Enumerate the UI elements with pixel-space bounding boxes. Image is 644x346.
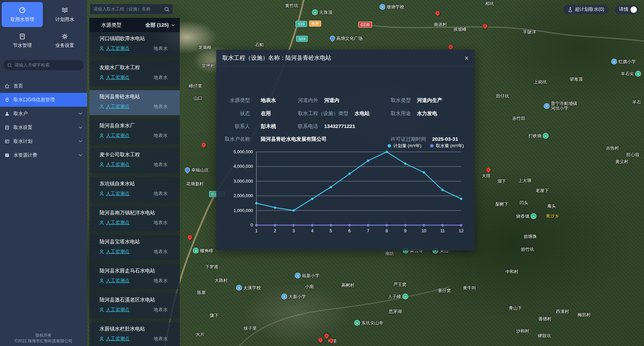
map-label: 黄义村 (615, 159, 628, 164)
map-label: 上大塘 (518, 178, 531, 183)
water-source-type: 地表水 (153, 278, 168, 284)
map-label-text: 吉告村 (606, 146, 619, 151)
chevron-down-icon[interactable] (171, 24, 175, 26)
field-label: 取水工程（设施）类型 (298, 109, 348, 118)
sidebar-item-water-users[interactable]: 取水户 (0, 107, 87, 121)
map-label: 陇下 (210, 313, 219, 318)
manual-monitor-link[interactable]: 人工监测点 (100, 307, 130, 313)
map-label-text: 青山下 (509, 306, 522, 311)
station-name: 友能水厂取水工程 (100, 64, 175, 71)
manual-monitor-link[interactable]: 人工监测点 (100, 336, 130, 342)
person-icon (100, 133, 104, 138)
map-label: 甘坪村 (202, 63, 215, 68)
module-tile-water-intake-mgmt[interactable]: 取用水管理 (2, 2, 43, 27)
chevron-down-icon (79, 112, 82, 115)
station-list-item[interactable]: 陆河县水唇走马石水电站 人工监测点 地表水 (89, 264, 180, 289)
field-value: 在用 (261, 109, 271, 118)
map-label: 溜下 (497, 179, 506, 184)
map-label-text: 老屋下 (536, 188, 549, 193)
sidebar-item-intake-plan[interactable]: 取水计划 (0, 134, 87, 148)
over-plan-intake-button[interactable]: 超计划取水(0) (563, 5, 609, 14)
keyword-search-input[interactable]: 请输入关键字检索 (3, 60, 84, 70)
station-filter-header: 水源类型 全部 (125) (89, 18, 180, 32)
field-label: 取水用途 (391, 109, 411, 118)
map-label: 挨坡峰 (453, 27, 467, 32)
map-label: 相坑 (485, 1, 494, 6)
monitor-type-label: 人工监测点 (106, 278, 130, 284)
manual-monitor-link[interactable]: 人工监测点 (100, 46, 130, 52)
water-source-type: 地表水 (153, 133, 168, 139)
copyright-notice: 版权所有 ©2021 珠海市仁智科技有限公司 (0, 332, 87, 344)
station-list-item[interactable]: 东坑镇自来水站 人工监测点 地表水 (89, 177, 180, 202)
station-list-item[interactable]: 水唇镇水栏肚水电站 人工监测点 地表水 (89, 322, 180, 346)
map-label-text: 天珠顶 (319, 10, 332, 15)
manual-monitor-link[interactable]: 人工监测点 (100, 249, 130, 255)
sidebar-item-gis-info-mgmt[interactable]: 取水口GIS信息管理 (0, 93, 87, 107)
detail-toggle-label: 详情 (619, 6, 628, 12)
map-label-text: 陇下 (210, 313, 219, 318)
manual-monitor-link[interactable]: 人工监测点 (100, 75, 130, 81)
manual-monitor-link[interactable]: 人工监测点 (100, 162, 130, 168)
map-label-text: 梨树下 (495, 202, 508, 207)
monitor-type-label: 人工监测点 (106, 75, 130, 81)
station-list-item[interactable]: 陆河县南万镇杞洋水电站 人工监测点 地表水 (89, 206, 180, 231)
field-label: 状态 (216, 109, 250, 118)
map-label-text: 螺角嶂 (200, 248, 213, 253)
map-label-text: 南进村 (434, 22, 447, 27)
station-list-item[interactable]: 友能水厂取水工程 人工监测点 地表水 (89, 61, 180, 86)
station-list-item[interactable]: 河口镇唱歌潭水电站 人工监测点 地表水 (89, 32, 180, 57)
module-label: 节水管理 (13, 43, 32, 49)
app-window: 黄竹坑▲天珠顶文墩塘学校相坑南进村挨坡峰芋陂洋望海顶上岗坑文红旗小学羊石尖▲羊石… (0, 0, 644, 346)
field-label: 水源类型 (216, 96, 250, 105)
manual-monitor-link[interactable]: 人工监测点 (100, 278, 130, 284)
road-badge: G235 (358, 22, 372, 28)
map-label-text: 大新小学 (288, 294, 306, 299)
school-icon: 文 (281, 294, 287, 299)
map-label-text: 挨坡峰 (453, 27, 467, 32)
map-label: 花塘新村 (186, 182, 204, 186)
manual-monitor-link[interactable]: 人工监测点 (100, 191, 130, 197)
detail-toggle[interactable]: 详情 (615, 5, 639, 14)
search-icon[interactable] (164, 7, 169, 12)
station-list-item[interactable]: 麦卡公司取水工程 人工监测点 地表水 (89, 148, 180, 173)
field-value: 彭木桃 (261, 122, 276, 131)
svg-text:0: 0 (251, 222, 253, 228)
map-label-text: 黄竹坑 (285, 3, 298, 8)
station-list-item[interactable]: 陆河县青砼水电站 人工监测点 地表水 (89, 90, 180, 115)
map-label-text: 上岗坑 (534, 80, 547, 84)
person-icon (100, 46, 104, 51)
station-list-item[interactable]: 陆河县自来水厂 人工监测点 地表水 (89, 119, 180, 144)
station-list-item[interactable]: 陆河县宝塔水电站 人工监测点 地表水 (89, 235, 180, 260)
svg-text:5: 5 (330, 228, 332, 233)
map-label-text: 田仔坑 (496, 94, 509, 99)
manual-monitor-link[interactable]: 人工监测点 (100, 104, 130, 110)
manual-monitor-link[interactable]: 人工监测点 (100, 220, 130, 226)
close-icon[interactable]: × (465, 55, 469, 61)
map-label-text: 西溪村 (556, 309, 569, 314)
map-label-text: 庵头 (547, 204, 556, 209)
map-label: 芋陂洋 (523, 30, 536, 34)
map-label: 望海顶 (569, 77, 583, 82)
filter-value-dropdown[interactable]: 全部 (125) (145, 22, 169, 28)
map-label-text: 严王窝 (393, 282, 407, 287)
monitor-type-label: 人工监测点 (106, 133, 130, 139)
sidebar-item-water-billing[interactable]: 水资源计费 (0, 148, 87, 162)
module-tile-business-settings[interactable]: 业务设置 (44, 28, 85, 53)
module-tile-planned-water[interactable]: 计划用水 (44, 2, 85, 27)
map-label: 幸福山庄 (185, 167, 209, 172)
water-source-type: 地表水 (153, 104, 168, 110)
station-search-input[interactable]: 请输入取水工程（设施）名称 (90, 4, 173, 15)
toggle-knob[interactable] (631, 6, 637, 13)
plan-icon (5, 139, 9, 144)
svg-text:1,000,000: 1,000,000 (233, 208, 253, 213)
manual-monitor-link[interactable]: 人工监测点 (100, 133, 130, 139)
sidebar-item-label: 首页 (13, 83, 23, 89)
map-label-text: 梅田村 (578, 313, 591, 317)
svg-text:12: 12 (459, 228, 464, 233)
module-tile-water-saving-mgmt[interactable]: 节水管理 (2, 28, 43, 53)
sidebar-item-intake-settings[interactable]: 取水设置 (0, 121, 87, 134)
map-label: 人子嶂▲ (388, 294, 408, 299)
station-list-item[interactable]: 陆河县激石溪老区水电站 人工监测点 地表水 (89, 293, 180, 318)
map-label: 文大新小学 (281, 294, 306, 299)
sidebar-item-home[interactable]: 首页 (0, 79, 87, 93)
